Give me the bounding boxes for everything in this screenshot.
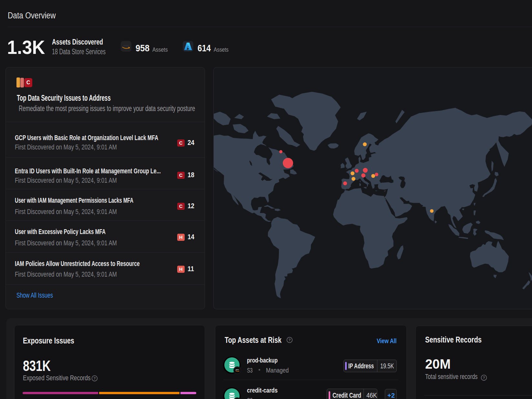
- svg-text:?: ?: [483, 376, 485, 380]
- svg-text:aws: aws: [236, 369, 239, 371]
- svg-text:?: ?: [288, 338, 291, 342]
- svg-text:aws: aws: [123, 44, 129, 47]
- svg-text:?: ?: [93, 376, 96, 380]
